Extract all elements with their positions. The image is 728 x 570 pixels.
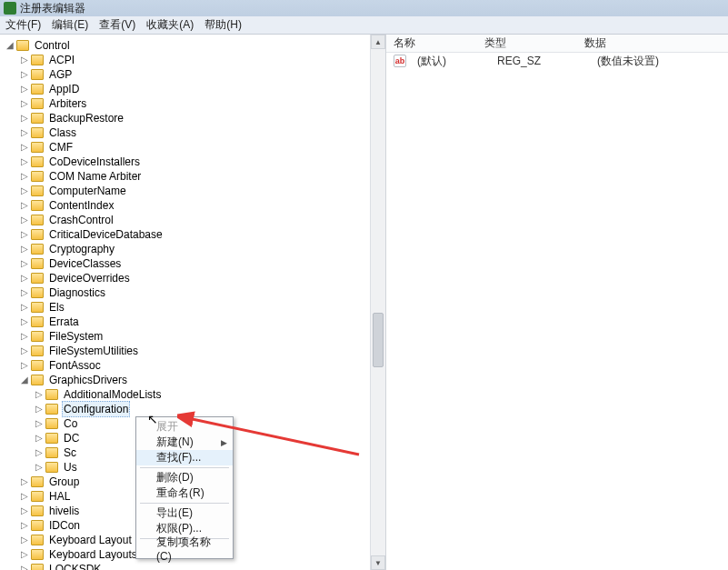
submenu-arrow-icon: ▶ <box>221 438 227 447</box>
tree-item[interactable]: ▷AppID <box>20 82 385 96</box>
tree-item[interactable]: ◢GraphicsDrivers <box>20 373 385 387</box>
expand-icon[interactable]: ▷ <box>20 285 29 300</box>
expand-icon[interactable]: ▷ <box>20 504 29 518</box>
context-menu: 展开新建(N)▶查找(F)...删除(D)重命名(R)导出(E)权限(P)...… <box>135 416 234 559</box>
expand-icon[interactable]: ▷ <box>35 402 44 416</box>
expand-icon[interactable]: ▷ <box>35 431 44 445</box>
expand-icon[interactable]: ▷ <box>20 344 29 358</box>
content: ◢ Control ▷ACPI▷AGP▷AppID▷Arbiters▷Backu… <box>0 35 728 570</box>
folder-icon <box>31 200 44 211</box>
folder-icon <box>31 316 44 327</box>
tree-item[interactable]: ▷CoDeviceInstallers <box>20 155 385 169</box>
expand-icon[interactable]: ▷ <box>20 242 29 256</box>
expand-icon[interactable]: ▷ <box>20 256 29 271</box>
scroll-down-button[interactable]: ▼ <box>371 555 385 570</box>
menu-view[interactable]: 查看(V) <box>99 17 135 33</box>
context-menu-item[interactable]: 导出(E) <box>136 505 233 521</box>
folder-icon <box>31 258 44 269</box>
expand-icon[interactable]: ▷ <box>20 213 29 227</box>
tree-item[interactable]: ◢ Control <box>5 38 385 53</box>
tree-item[interactable]: ▷Els <box>20 300 385 315</box>
tree-item[interactable]: ▷FileSystemUtilities <box>20 344 385 358</box>
tree-label: ComputerName <box>47 184 128 198</box>
tree-item[interactable]: ▷DeviceClasses <box>20 256 385 271</box>
folder-icon <box>31 244 44 255</box>
expand-icon[interactable]: ▷ <box>20 489 29 504</box>
context-menu-item[interactable]: 重命名(R) <box>136 485 233 501</box>
expand-icon[interactable]: ▷ <box>20 533 29 547</box>
expand-icon[interactable]: ▷ <box>20 184 29 198</box>
collapse-icon[interactable]: ◢ <box>5 38 15 53</box>
collapse-icon[interactable]: ◢ <box>20 373 29 387</box>
expand-icon[interactable]: ▷ <box>20 329 29 344</box>
tree-item[interactable]: ▷CMF <box>20 140 385 155</box>
menu-help[interactable]: 帮助(H) <box>204 17 242 33</box>
column-data[interactable]: 数据 <box>577 35 728 51</box>
expand-icon[interactable]: ▷ <box>20 271 29 285</box>
expand-icon[interactable]: ▷ <box>20 155 29 169</box>
expand-icon[interactable]: ▷ <box>20 111 29 125</box>
tree-item[interactable]: ▷FileSystem <box>20 329 385 344</box>
tree-item[interactable]: ▷DeviceOverrides <box>20 271 385 285</box>
tree-item[interactable]: ▷CrashControl <box>20 213 385 227</box>
list-row[interactable]: ab(默认)REG_SZ(数值未设置) <box>386 53 728 69</box>
expand-icon[interactable]: ▷ <box>20 315 29 329</box>
expand-icon[interactable]: ▷ <box>20 125 29 140</box>
expand-icon[interactable]: ▷ <box>20 96 29 111</box>
expand-icon[interactable]: ▷ <box>20 169 29 184</box>
expand-icon[interactable]: ▷ <box>20 518 29 533</box>
expand-icon[interactable]: ▷ <box>20 475 29 489</box>
tree-label: Co <box>62 416 79 431</box>
folder-icon <box>31 520 44 531</box>
tree-item[interactable]: ▷FontAssoc <box>20 358 385 373</box>
expand-icon[interactable]: ▷ <box>20 140 29 155</box>
tree-item[interactable]: ▷AGP <box>20 67 385 82</box>
expand-icon[interactable]: ▷ <box>20 562 29 570</box>
tree-item[interactable]: ▷AdditionalModeLists <box>35 387 385 402</box>
tree-item[interactable]: ▷Diagnostics <box>20 285 385 300</box>
expand-icon[interactable]: ▷ <box>20 67 29 82</box>
tree-item[interactable]: ▷Configuration <box>35 402 385 416</box>
expand-icon[interactable]: ▷ <box>20 82 29 96</box>
scroll-thumb[interactable] <box>373 313 384 367</box>
expand-icon[interactable]: ▷ <box>35 445 44 460</box>
tree-item[interactable]: ▷Cryptography <box>20 242 385 256</box>
tree-item[interactable]: ▷Errata <box>20 315 385 329</box>
menu-favorites[interactable]: 收藏夹(A) <box>146 17 194 33</box>
list-pane: 名称 类型 数据 ab(默认)REG_SZ(数值未设置) <box>386 35 728 570</box>
expand-icon[interactable]: ▷ <box>20 227 29 242</box>
expand-icon[interactable]: ▷ <box>20 53 29 67</box>
expand-icon[interactable]: ▷ <box>35 416 44 431</box>
tree-item[interactable]: ▷ComputerName <box>20 184 385 198</box>
tree-item[interactable]: ▷Class <box>20 125 385 140</box>
list-body: ab(默认)REG_SZ(数值未设置) <box>386 53 728 69</box>
tree-item[interactable]: ▷CriticalDeviceDatabase <box>20 227 385 242</box>
window-title: 注册表编辑器 <box>20 1 85 16</box>
expand-icon[interactable]: ▷ <box>20 547 29 562</box>
tree-item[interactable]: ▷ACPI <box>20 53 385 67</box>
tree-item[interactable]: ▷COM Name Arbiter <box>20 169 385 184</box>
folder-icon <box>31 491 44 502</box>
column-type[interactable]: 类型 <box>477 35 577 51</box>
menu-edit[interactable]: 编辑(E) <box>52 17 88 33</box>
folder-icon <box>45 404 58 415</box>
context-menu-item[interactable]: 删除(D) <box>136 470 233 485</box>
tree-label: AdditionalModeLists <box>62 387 163 402</box>
tree-item[interactable]: ▷Arbiters <box>20 96 385 111</box>
context-menu-item[interactable]: 复制项名称(C) <box>136 541 233 556</box>
expand-icon[interactable]: ▷ <box>20 198 29 213</box>
expand-icon[interactable]: ▷ <box>35 387 44 402</box>
scroll-up-button[interactable]: ▲ <box>371 35 385 49</box>
scroll-track[interactable] <box>371 49 385 555</box>
menu-file[interactable]: 文件(F) <box>5 17 41 33</box>
expand-icon[interactable]: ▷ <box>20 300 29 315</box>
context-menu-item[interactable]: 新建(N)▶ <box>136 435 233 450</box>
tree-item[interactable]: ▷ContentIndex <box>20 198 385 213</box>
context-menu-item[interactable]: 查找(F)... <box>136 450 233 465</box>
column-name[interactable]: 名称 <box>386 35 477 51</box>
tree-item[interactable]: ▷BackupRestore <box>20 111 385 125</box>
tree-item[interactable]: ▷LOCKSDK <box>20 562 385 570</box>
expand-icon[interactable]: ▷ <box>35 460 44 475</box>
tree-scrollbar[interactable]: ▲ ▼ <box>370 35 385 570</box>
expand-icon[interactable]: ▷ <box>20 358 29 373</box>
